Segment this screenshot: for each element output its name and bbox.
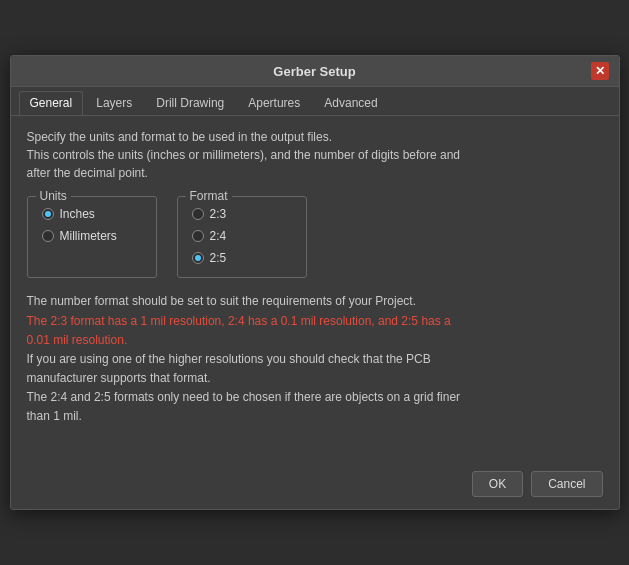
format-23-label[interactable]: 2:3 [210, 207, 227, 221]
tab-layers[interactable]: Layers [85, 91, 143, 115]
format-24-label[interactable]: 2:4 [210, 229, 227, 243]
units-millimeters-label[interactable]: Millimeters [60, 229, 117, 243]
units-inches-option[interactable]: Inches [42, 207, 142, 221]
units-inches-label[interactable]: Inches [60, 207, 95, 221]
content-area: Specify the units and format to be used … [11, 116, 619, 442]
format-23-option[interactable]: 2:3 [192, 207, 292, 221]
units-millimeters-option[interactable]: Millimeters [42, 229, 142, 243]
tab-drill-drawing[interactable]: Drill Drawing [145, 91, 235, 115]
format-24-radio[interactable] [192, 230, 204, 242]
tab-general[interactable]: General [19, 91, 84, 115]
format-label: Format [186, 189, 232, 203]
options-row: Units Inches Millimeters Format 2:3 [27, 196, 603, 278]
ok-button[interactable]: OK [472, 471, 523, 497]
close-button[interactable]: ✕ [591, 62, 609, 80]
format-24-option[interactable]: 2:4 [192, 229, 292, 243]
title-bar: Gerber Setup ✕ [11, 56, 619, 87]
info-highlight-1: The 2:3 format has a 1 mil resolution, 2… [27, 314, 451, 328]
info-highlight-2: 0.01 mil resolution. [27, 333, 128, 347]
format-25-radio[interactable] [192, 252, 204, 264]
tab-apertures[interactable]: Apertures [237, 91, 311, 115]
units-inches-radio[interactable] [42, 208, 54, 220]
tab-bar: General Layers Drill Drawing Apertures A… [11, 87, 619, 116]
units-millimeters-radio[interactable] [42, 230, 54, 242]
gerber-setup-dialog: Gerber Setup ✕ General Layers Drill Draw… [10, 55, 620, 509]
info-text: The number format should be set to suit … [27, 292, 603, 426]
units-group: Units Inches Millimeters [27, 196, 157, 278]
format-23-radio[interactable] [192, 208, 204, 220]
format-25-option[interactable]: 2:5 [192, 251, 292, 265]
cancel-button[interactable]: Cancel [531, 471, 602, 497]
units-label: Units [36, 189, 71, 203]
format-group: Format 2:3 2:4 2:5 [177, 196, 307, 278]
description-text: Specify the units and format to be used … [27, 128, 603, 182]
footer: OK Cancel [11, 463, 619, 509]
format-25-label[interactable]: 2:5 [210, 251, 227, 265]
tab-advanced[interactable]: Advanced [313, 91, 388, 115]
dialog-title: Gerber Setup [39, 64, 591, 79]
